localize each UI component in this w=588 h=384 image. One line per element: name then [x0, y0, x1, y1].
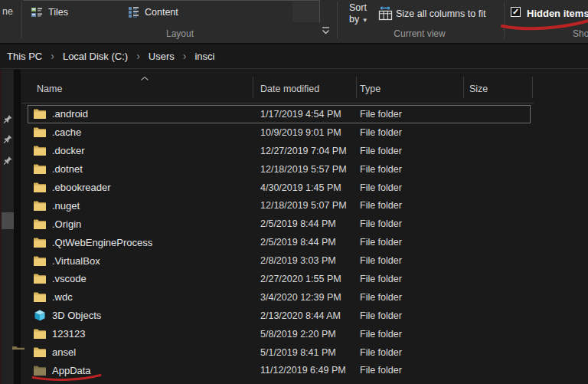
column-header-size[interactable]: Size	[469, 84, 488, 94]
table-row[interactable]: .wdc 3/4/2020 12:39 PM File folder	[28, 288, 531, 307]
3d-objects-icon	[34, 310, 46, 321]
layout-option-label: Content	[145, 7, 178, 18]
date-modified: 4/30/2019 1:45 PM	[260, 182, 341, 193]
ribbon-group-divider	[21, 2, 22, 38]
breadcrumb-separator-icon: ›	[51, 50, 54, 62]
layout-option-content[interactable]: Content	[128, 1, 178, 23]
file-type: File folder	[360, 127, 402, 138]
date-modified: 10/9/2019 9:01 PM	[260, 127, 341, 138]
date-modified: 3/4/2020 12:39 PM	[260, 292, 341, 303]
column-header-type[interactable]: Type	[360, 84, 381, 94]
table-row[interactable]: .VirtualBox 2/8/2019 3:03 PM File folder	[28, 251, 531, 270]
table-row[interactable]: 3D Objects 2/13/2020 8:44 AM File folder	[28, 307, 531, 325]
file-type: File folder	[360, 274, 402, 284]
file-name: AppData	[52, 365, 91, 376]
breadcrumb: This PC›Local Disk (C:)›Users›insci	[0, 44, 588, 69]
date-modified: 2/5/2019 8:44 PM	[260, 237, 336, 248]
group-label-layout: Layout	[142, 28, 218, 39]
file-name: 3D Objects	[52, 310, 101, 321]
table-row[interactable]: 123123 5/8/2019 2:20 PM File folder	[28, 325, 531, 343]
tiles-view-icon	[31, 6, 43, 18]
hidden-items-checkbox[interactable]: ✓	[511, 7, 521, 17]
file-type: File folder	[360, 255, 402, 266]
sort-ascending-icon	[140, 76, 149, 81]
table-row[interactable]: AppData 11/12/2019 6:49 PM File folder	[28, 361, 531, 379]
column-splitter[interactable]	[463, 77, 464, 98]
ribbon: ne Tiles Content	[0, 0, 588, 44]
file-list: .android 1/17/2019 4:54 PM File folder .…	[21, 105, 588, 384]
table-row[interactable]: .ebookreader 4/30/2019 1:45 PM File fold…	[28, 179, 531, 197]
table-row[interactable]: .nuget 12/18/2019 5:07 PM File folder	[28, 196, 531, 215]
table-row[interactable]: .docker 12/27/2019 7:04 PM File folder	[28, 142, 531, 160]
hidden-items-label[interactable]: Hidden items	[527, 8, 588, 19]
file-explorer-window: ne Tiles Content	[0, 0, 588, 384]
file-name: .QtWebEngineProcess	[52, 237, 152, 248]
column-header-date-modified[interactable]: Date modified	[260, 84, 319, 94]
folder-icon	[34, 201, 46, 211]
folder-icon	[34, 146, 46, 156]
layout-gallery-empty-slot	[292, 2, 319, 22]
column-header-name[interactable]: Name	[37, 84, 62, 94]
chevron-down-icon	[321, 26, 331, 36]
table-row[interactable]: .vscode 2/27/2020 1:55 PM File folder	[28, 270, 531, 288]
folder-icon	[34, 219, 46, 229]
folder-icon	[34, 238, 46, 248]
ribbon-group-divider	[504, 2, 505, 38]
file-type: File folder	[360, 218, 402, 229]
table-row[interactable]: .cache 10/9/2019 9:01 PM File folder	[28, 123, 531, 142]
pane-divider	[14, 70, 21, 384]
file-type: File folder	[360, 365, 402, 376]
file-name: .VirtualBox	[52, 255, 100, 267]
folder-icon	[34, 329, 46, 339]
pin-icon	[3, 134, 13, 144]
file-type: File folder	[360, 310, 402, 321]
table-row[interactable]: .QtWebEngineProcess 2/5/2019 8:44 PM Fil…	[28, 233, 531, 251]
folder-icon	[34, 274, 46, 284]
breadcrumb-item[interactable]: This PC	[7, 51, 42, 62]
breadcrumb-item[interactable]: Users	[149, 51, 175, 62]
navigation-pane-edge	[0, 70, 14, 384]
file-name: ansel	[52, 346, 76, 358]
file-name: .dotnet	[52, 163, 83, 175]
folder-icon	[34, 127, 46, 137]
table-row[interactable]: .Origin 2/5/2019 8:44 PM File folder	[28, 215, 531, 233]
file-name: .android	[52, 108, 88, 120]
layout-option-tiles[interactable]: Tiles	[31, 1, 68, 23]
size-columns-icon	[378, 6, 393, 24]
content-view-icon	[128, 6, 139, 18]
file-type: File folder	[360, 347, 402, 358]
sort-by-label-line1: Sort	[349, 2, 368, 14]
date-modified: 11/12/2019 6:49 PM	[260, 365, 346, 376]
file-type: File folder	[360, 237, 402, 248]
sort-by-label-line2: by	[349, 14, 359, 25]
column-splitter[interactable]	[356, 77, 357, 98]
file-name: 123123	[52, 328, 85, 340]
date-modified: 2/5/2019 8:44 PM	[260, 218, 336, 229]
sort-by-button[interactable]: Sort by ▼	[349, 2, 368, 26]
file-name: .vscode	[52, 273, 87, 284]
file-name: .ebookreader	[52, 182, 111, 193]
file-name: .Origin	[52, 218, 81, 230]
file-name: .cache	[52, 126, 81, 138]
column-splitter[interactable]	[253, 77, 253, 98]
date-modified: 12/18/2019 5:57 PM	[260, 164, 347, 175]
gallery-more-button[interactable]	[321, 25, 331, 39]
date-modified: 5/8/2019 2:20 PM	[260, 329, 336, 340]
file-list-pane: NameDate modifiedTypeSize .android 1/17/…	[0, 70, 588, 384]
folder-icon	[34, 292, 46, 302]
size-all-columns-button[interactable]: Size all columns to fit	[396, 8, 485, 19]
date-modified: 12/18/2019 5:07 PM	[260, 200, 347, 211]
layout-gallery: Tiles Content	[23, 0, 320, 22]
breadcrumb-item[interactable]: insci	[194, 51, 214, 62]
pin-icon	[3, 156, 13, 166]
group-label-show: Sho	[573, 28, 588, 39]
file-type: File folder	[360, 164, 402, 175]
nav-scrollbar-thumb[interactable]	[0, 212, 14, 229]
table-row[interactable]: .android 1/17/2019 4:54 PM File folder	[28, 105, 531, 123]
date-modified: 1/17/2019 4:54 PM	[260, 109, 341, 120]
dropdown-arrow-icon: ▼	[362, 17, 368, 24]
breadcrumb-item[interactable]: Local Disk (C:)	[63, 51, 128, 62]
table-row[interactable]: .dotnet 12/18/2019 5:57 PM File folder	[28, 160, 531, 179]
column-splitter[interactable]	[532, 77, 533, 98]
table-row[interactable]: ansel 5/1/2019 8:41 PM File folder	[28, 343, 531, 362]
